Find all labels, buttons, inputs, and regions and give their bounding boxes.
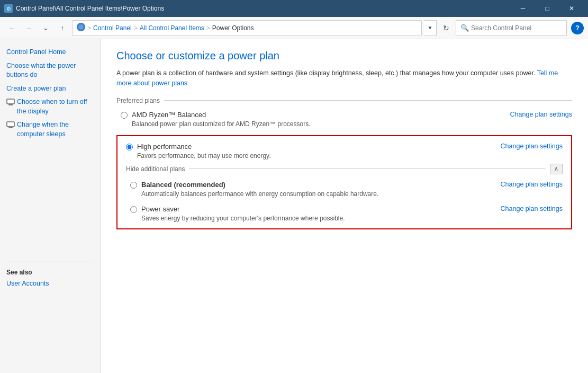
maximize-button[interactable]: □ (535, 0, 559, 17)
high-performance-radio[interactable] (126, 144, 133, 150)
balanced-radio[interactable] (130, 182, 137, 189)
svg-rect-4 (7, 122, 14, 127)
address-chevron[interactable]: ▼ (424, 20, 437, 36)
minimize-button[interactable]: ─ (511, 0, 535, 17)
search-icon: 🔍 (460, 24, 469, 32)
refresh-button[interactable]: ↻ (439, 21, 454, 35)
collapse-button[interactable]: ∧ (550, 164, 563, 174)
high-performance-desc: Favors performance, but may use more ene… (137, 152, 271, 159)
balanced-plan: Balanced (recommended) Automatically bal… (126, 181, 563, 198)
power-saver-radio[interactable] (130, 206, 137, 213)
breadcrumb-all-items[interactable]: All Control Panel Items (140, 24, 204, 32)
amd-ryzen-radio[interactable] (121, 112, 128, 119)
highlighted-box: High performance Favors performance, but… (116, 135, 572, 229)
preferred-plans-divider (164, 100, 572, 101)
power-saver-change-link[interactable]: Change plan settings (501, 205, 563, 212)
see-also-label: See also (6, 262, 94, 276)
sidebar-item-create-power-plan[interactable]: Create a power plan (6, 84, 94, 94)
sidebar-link-display[interactable]: Choose when to turn off the display (17, 97, 94, 116)
content-area: Choose or customize a power plan A power… (101, 39, 588, 373)
balanced-desc: Automatically balances performance with … (141, 190, 378, 198)
power-saver-desc: Saves energy by reducing your computer's… (141, 215, 345, 222)
page-title: Choose or customize a power plan (116, 50, 572, 62)
title-bar: ⚙ Control Panel\All Control Panel Items\… (0, 0, 588, 17)
up-button[interactable]: ↑ (55, 21, 70, 35)
search-input[interactable] (471, 24, 562, 32)
sidebar-item-user-accounts[interactable]: User Accounts (6, 279, 94, 289)
help-button[interactable]: ? (571, 22, 584, 34)
additional-plans-divider (189, 168, 546, 169)
additional-plans-header: Hide additional plans ∧ (126, 164, 563, 174)
dropdown-button[interactable]: ⌄ (38, 21, 53, 35)
sleep-icon (6, 121, 15, 129)
preferred-plans-label: Preferred plans (116, 97, 160, 104)
breadcrumb-control-panel[interactable]: Control Panel (93, 24, 132, 32)
sidebar-item-control-panel-home[interactable]: Control Panel Home (6, 48, 94, 57)
sidebar-link-sleep[interactable]: Change when the computer sleeps (17, 120, 94, 139)
amd-ryzen-change-link[interactable]: Change plan settings (510, 111, 572, 118)
balanced-change-link[interactable]: Change plan settings (501, 181, 563, 188)
high-performance-change-link[interactable]: Change plan settings (501, 143, 563, 150)
back-button[interactable]: ← (4, 21, 19, 35)
close-button[interactable]: ✕ (559, 0, 584, 17)
sidebar-item-power-buttons[interactable]: Choose what the power buttons do (6, 61, 94, 80)
svg-rect-0 (7, 99, 14, 104)
preferred-plans-section: Preferred plans AMD Ryzen™ Balanced Bala… (116, 97, 572, 128)
window-title: Control Panel\All Control Panel Items\Po… (16, 5, 511, 12)
search-box[interactable]: 🔍 (456, 20, 567, 36)
amd-ryzen-desc: Balanced power plan customized for AMD R… (132, 120, 310, 128)
sidebar: Control Panel Home Choose what the power… (0, 39, 101, 373)
address-bar: ← → ⌄ ↑ > Control Panel > All Control Pa… (0, 17, 588, 39)
window-controls: ─ □ ✕ (511, 0, 584, 17)
monitor-icon (6, 98, 15, 106)
main-layout: Control Panel Home Choose what the power… (0, 39, 588, 373)
app-icon: ⚙ (4, 4, 13, 13)
power-saver-plan: Power saver Saves energy by reducing you… (126, 205, 563, 222)
sidebar-item-display[interactable]: Choose when to turn off the display (6, 97, 94, 116)
globe-icon (77, 23, 85, 33)
breadcrumb-bar: > Control Panel > All Control Panel Item… (72, 20, 422, 36)
sidebar-item-sleep[interactable]: Change when the computer sleeps (6, 120, 94, 139)
high-performance-plan: High performance Favors performance, but… (126, 143, 563, 159)
breadcrumb-current: Power Options (212, 24, 254, 32)
power-saver-name: Power saver (141, 205, 345, 213)
sep2: > (134, 24, 138, 32)
forward-button[interactable]: → (21, 21, 36, 35)
sep1: > (87, 24, 91, 32)
additional-plans-label: Hide additional plans (126, 165, 185, 173)
sep3: > (206, 24, 210, 32)
page-description: A power plan is a collection of hardware… (116, 68, 572, 88)
preferred-plans-header: Preferred plans (116, 97, 572, 104)
amd-ryzen-plan: AMD Ryzen™ Balanced Balanced power plan … (116, 111, 572, 128)
amd-ryzen-name: AMD Ryzen™ Balanced (132, 111, 310, 119)
high-performance-name: High performance (137, 143, 271, 150)
balanced-name: Balanced (recommended) (141, 181, 378, 189)
